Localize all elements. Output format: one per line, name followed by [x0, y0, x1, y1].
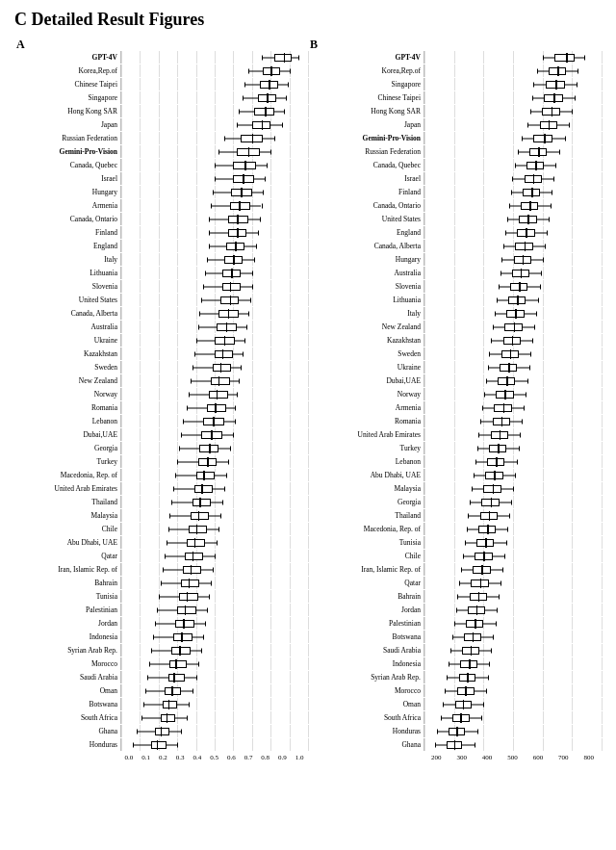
- table-row: Oman: [308, 698, 602, 710]
- table-row: Finland: [308, 186, 602, 198]
- x-tick: 0.9: [274, 754, 292, 761]
- row-label: Tunisia: [308, 538, 424, 547]
- row-label: Korea,Rep.of: [14, 66, 120, 75]
- row-label: Qatar: [308, 579, 424, 587]
- row-label: Armenia: [308, 403, 424, 412]
- table-row: Abu Dhabi, UAE: [308, 469, 602, 481]
- table-row: Indonesia: [14, 631, 308, 643]
- x-tick: 300: [449, 754, 474, 761]
- table-row: Dubai,UAE: [308, 374, 602, 387]
- table-row: Gemini-Pro-Vision: [308, 132, 602, 144]
- row-label: Canada, Ontario: [308, 201, 424, 210]
- row-label: Jordan: [308, 605, 424, 614]
- table-row: Macedonia, Rep. of: [308, 523, 602, 535]
- row-label: New Zealand: [14, 376, 120, 385]
- x-tick: 0.1: [138, 754, 155, 761]
- table-row: Malaysia: [14, 509, 308, 522]
- table-row: Romania: [308, 415, 602, 427]
- table-row: Slovenia: [14, 280, 308, 293]
- x-tick: 800: [577, 754, 602, 761]
- table-row: Armenia: [308, 401, 602, 414]
- table-row: Chinese Taipei: [14, 78, 308, 90]
- row-label: Australia: [14, 322, 120, 331]
- row-label: Bahrain: [308, 592, 424, 601]
- row-label: Thailand: [14, 498, 120, 506]
- table-row: Hong Kong SAR: [14, 105, 308, 117]
- row-label: Qatar: [14, 552, 120, 560]
- row-label: Honduras: [308, 727, 424, 735]
- table-row: Australia: [308, 267, 602, 279]
- row-label: Finland: [14, 228, 120, 237]
- table-row: Turkey: [14, 455, 308, 468]
- row-label: Japan: [308, 120, 424, 129]
- row-label: Macedonia, Rep. of: [14, 471, 120, 479]
- row-label: Korea,Rep.of: [308, 66, 424, 75]
- row-label: Georgia: [14, 444, 120, 452]
- x-tick: 0.8: [257, 754, 274, 761]
- x-axis-b: 200300400500600700800: [424, 754, 602, 761]
- table-row: Dubai,UAE: [14, 428, 308, 441]
- table-row: Morocco: [308, 684, 602, 697]
- table-row: Israel: [14, 172, 308, 185]
- row-label: New Zealand: [308, 322, 424, 331]
- table-row: Italy: [14, 253, 308, 266]
- row-label: Canada, Quebec: [14, 161, 120, 169]
- row-label: Botswana: [308, 632, 424, 641]
- row-label: Tunisia: [14, 592, 120, 601]
- x-tick: 0.6: [222, 754, 240, 761]
- table-row: South Africa: [308, 711, 602, 724]
- table-row: Canada, Quebec: [14, 159, 308, 171]
- row-label: England: [308, 228, 424, 237]
- row-label: Gemini-Pro-Vision: [308, 134, 424, 142]
- table-row: Iran, Islamic Rep. of: [308, 563, 602, 576]
- table-row: Hungary: [308, 253, 602, 266]
- table-row: Japan: [14, 118, 308, 131]
- table-row: Japan: [308, 118, 602, 131]
- row-label: Morocco: [308, 686, 424, 695]
- row-label: Slovenia: [14, 282, 120, 291]
- table-row: Morocco: [14, 657, 308, 670]
- row-label: Hong Kong SAR: [308, 107, 424, 116]
- table-row: Canada, Alberta: [14, 307, 308, 320]
- x-tick: 400: [475, 754, 500, 761]
- table-row: Singapore: [14, 91, 308, 104]
- table-row: United States: [14, 294, 308, 306]
- table-row: Botswana: [308, 631, 602, 643]
- table-row: Chile: [308, 550, 602, 562]
- row-label: Russian Federation: [308, 147, 424, 156]
- section-title: C Detailed Result Figures: [14, 10, 602, 30]
- table-row: Botswana: [14, 698, 308, 710]
- row-label: Morocco: [14, 659, 120, 668]
- row-label: Oman: [308, 700, 424, 708]
- row-label: Bahrain: [14, 579, 120, 587]
- x-tick: 0.4: [189, 754, 206, 761]
- row-label: Macedonia, Rep. of: [308, 525, 424, 533]
- row-label: Palestinian: [308, 619, 424, 628]
- row-label: South Africa: [14, 713, 120, 722]
- table-row: Canada, Ontario: [14, 213, 308, 225]
- row-label: Hong Kong SAR: [14, 107, 120, 116]
- row-label: Syrian Arab Rep.: [14, 646, 120, 655]
- row-label: Singapore: [308, 80, 424, 89]
- table-row: Oman: [14, 684, 308, 697]
- row-label: United Arab Emirates: [308, 430, 424, 439]
- table-row: GPT-4V: [14, 51, 308, 64]
- table-row: United Arab Emirates: [308, 428, 602, 441]
- row-label: Indonesia: [308, 659, 424, 668]
- table-row: Norway: [14, 388, 308, 400]
- table-row: Chile: [14, 523, 308, 535]
- row-label: Abu Dhabi, UAE: [14, 538, 120, 547]
- row-label: Canada, Ontario: [14, 215, 120, 223]
- row-label: Syrian Arab Rep.: [308, 673, 424, 682]
- table-row: United States: [308, 213, 602, 225]
- table-row: Hungary: [14, 186, 308, 198]
- table-row: Bahrain: [14, 577, 308, 589]
- row-label: Dubai,UAE: [14, 430, 120, 439]
- table-row: Saudi Arabia: [14, 671, 308, 683]
- row-label: England: [14, 242, 120, 250]
- x-tick: 200: [424, 754, 449, 761]
- table-row: Syrian Arab Rep.: [308, 671, 602, 683]
- row-label: Norway: [308, 390, 424, 399]
- x-tick: 500: [500, 754, 525, 761]
- row-label: Kazakhstan: [308, 336, 424, 345]
